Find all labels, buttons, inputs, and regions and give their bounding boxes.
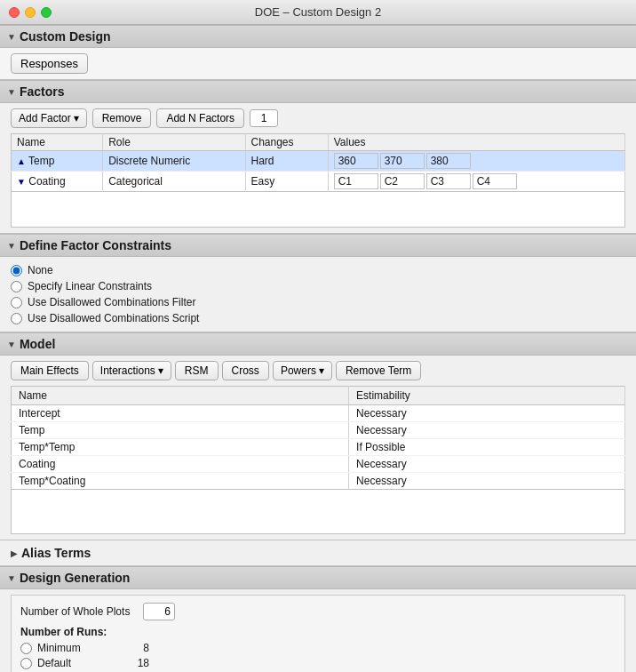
constraint-radio[interactable] [11,313,22,324]
maximize-button[interactable] [41,7,52,18]
factor-changes: Hard [245,151,328,172]
run-radio[interactable] [20,643,32,654]
constraint-label: None [28,264,53,276]
model-term-estimability: Necessary [349,405,625,422]
define-constraints-arrow: ▼ [7,241,16,251]
design-inner: Number of Whole Plots Number of Runs: Mi… [11,595,625,672]
model-arrow: ▼ [7,340,16,349]
factors-arrow: ▼ [7,87,16,97]
traffic-lights [9,7,52,18]
window-title: DOE – Custom Design 2 [255,5,381,19]
responses-button[interactable]: Responses [11,53,88,74]
model-row[interactable]: Temp*TempIf Possible [12,439,625,456]
factor-values: 360370380 [328,151,624,172]
remove-term-button[interactable]: Remove Term [336,361,421,380]
alias-terms-title: Alias Terms [21,546,91,560]
model-term-estimability: Necessary [349,456,625,473]
col-values: Values [328,134,624,151]
design-generation-arrow: ▼ [7,573,16,583]
factors-toolbar: Add Factor ▾ Remove Add N Factors [11,108,625,128]
model-empty-area [11,490,625,534]
rsm-button[interactable]: RSM [175,361,219,380]
constraint-option: Use Disallowed Combinations Script [11,312,625,324]
model-col-name: Name [12,387,349,405]
n-factors-input[interactable] [250,109,278,127]
model-term-estimability: Necessary [349,422,625,439]
constraint-radio[interactable] [11,297,22,308]
model-term-name: Intercept [12,405,349,422]
powers-button[interactable]: Powers ▾ [273,361,332,380]
model-row[interactable]: InterceptNecessary [12,405,625,422]
custom-design-title: Custom Design [20,29,111,44]
factor-value: C1 [334,173,378,189]
factors-row[interactable]: ▼ CoatingCategoricalEasyC1C2C3C4 [12,172,625,192]
design-section: Number of Whole Plots Number of Runs: Mi… [0,589,636,672]
factor-role: Categorical [103,172,245,192]
constraints-section: NoneSpecify Linear ConstraintsUse Disall… [0,257,636,332]
remove-button[interactable]: Remove [92,108,152,128]
model-term-name: Temp*Temp [12,439,349,456]
factors-section: Add Factor ▾ Remove Add N Factors Name R… [0,103,636,233]
model-row[interactable]: Temp*CoatingNecessary [12,473,625,490]
main-effects-button[interactable]: Main Effects [11,361,89,380]
sort-arrow-down: ▼ [17,177,26,187]
constraint-radio[interactable] [11,281,22,292]
add-factor-button[interactable]: Add Factor ▾ [11,108,87,128]
responses-section: Responses [0,48,636,79]
model-term-estimability: If Possible [349,439,625,456]
close-button[interactable] [9,7,20,18]
factors-title: Factors [20,84,65,99]
alias-terms-section: ▶ Alias Terms [0,540,636,565]
factor-values: C1C2C3C4 [328,172,624,192]
run-option: Default18 [20,657,616,669]
whole-plots-input[interactable] [143,603,175,620]
model-section: Main Effects Interactions ▾ RSM Cross Po… [0,356,636,540]
constraint-option: Use Disallowed Combinations Filter [11,296,625,308]
col-name: Name [12,134,103,151]
factor-name: ▲ Temp [12,151,103,172]
constraint-label: Specify Linear Constraints [28,280,152,292]
col-changes: Changes [245,134,328,151]
add-n-factors-button[interactable]: Add N Factors [156,108,244,128]
model-table: Name Estimability InterceptNecessaryTemp… [11,386,625,490]
run-option: Minimum8 [20,642,616,654]
powers-dropdown-icon: ▾ [319,364,324,377]
factor-changes: Easy [245,172,328,192]
add-factor-label: Add Factor [19,112,71,124]
factors-table: Name Role Changes Values ▲ TempDiscrete … [11,133,625,192]
factor-value: 370 [380,153,425,169]
constraint-radio[interactable] [11,265,22,276]
define-constraints-title: Define Factor Constraints [20,238,171,252]
model-term-estimability: Necessary [349,473,625,490]
design-generation-header[interactable]: ▼ Design Generation [0,566,636,589]
interactions-dropdown-icon: ▾ [158,364,163,377]
model-header[interactable]: ▼ Model [0,332,636,356]
define-constraints-header[interactable]: ▼ Define Factor Constraints [0,234,636,257]
model-row[interactable]: TempNecessary [12,422,625,439]
cross-button[interactable]: Cross [222,361,269,380]
factor-value: C4 [473,173,517,189]
factor-name: ▼ Coating [12,172,103,192]
model-title: Model [20,337,55,351]
design-generation-title: Design Generation [20,571,130,585]
custom-design-header[interactable]: ▼ Custom Design [0,25,636,48]
alias-terms-arrow[interactable]: ▶ [11,548,18,558]
powers-label: Powers [281,364,316,377]
factors-row[interactable]: ▲ TempDiscrete NumericHard360370380 [12,151,625,172]
run-radio[interactable] [20,658,32,669]
interactions-button[interactable]: Interactions ▾ [92,361,171,380]
minimize-button[interactable] [25,7,36,18]
factor-value: C3 [426,173,471,189]
custom-design-arrow: ▼ [7,32,16,42]
constraints-radio-group: NoneSpecify Linear ConstraintsUse Disall… [11,262,625,326]
constraint-label: Use Disallowed Combinations Filter [28,296,195,308]
constraint-label: Use Disallowed Combinations Script [28,312,199,324]
run-label: Default [37,657,126,669]
factor-value: C2 [380,173,425,189]
add-factor-dropdown-icon: ▾ [74,112,79,124]
factor-value: 360 [334,153,378,169]
model-row[interactable]: CoatingNecessary [12,456,625,473]
factors-header[interactable]: ▼ Factors [0,80,636,103]
col-role: Role [103,134,245,151]
constraint-option: Specify Linear Constraints [11,280,625,292]
